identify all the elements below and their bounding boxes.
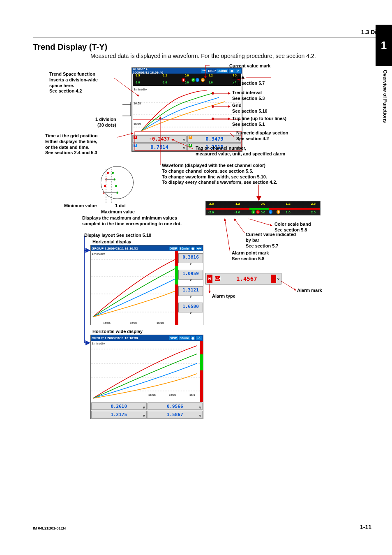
- botcell-4: 1.5867V: [148, 411, 203, 418]
- label-timegrid: Time at the grid position Either display…: [45, 133, 98, 156]
- tick: -1.0: [162, 81, 167, 84]
- tick: -1.2: [162, 74, 167, 77]
- alarm-snippet: H L1H 1.4567 V: [205, 273, 281, 284]
- label-division: 1 division (30 dots): [95, 117, 116, 128]
- zoom-icon: +⁄−: [235, 69, 241, 73]
- marker1: 1: [182, 78, 185, 82]
- label-displaylayout: Display layout See section 5.10: [84, 233, 151, 238]
- svg-line-29: [225, 219, 230, 252]
- label-colorband: Color scale band See section 5.8: [274, 222, 311, 233]
- label-trendspace: Trend Space function Inserts a division-…: [49, 72, 119, 94]
- tick: 0.0: [185, 81, 189, 84]
- label-waveform: Waveform (displayed with the set channel…: [162, 163, 334, 185]
- label-maxvalue: Maximum value: [101, 209, 135, 215]
- page-title: Trend Display (T-Y): [33, 42, 391, 52]
- trend-screenshot-horizontal: GROUP 1 2009/03/11 16:10:52DISP30min◉+⁄−…: [90, 245, 203, 325]
- label-alarmtype: Alarm type: [212, 294, 235, 299]
- num-cell-1: 1-0.2437V: [132, 135, 187, 143]
- label-trendint: Trend interval See section 5.3: [232, 90, 265, 102]
- disp-label: DISP: [208, 69, 216, 73]
- marker3: 3: [196, 78, 199, 82]
- tick: -2.5: [135, 74, 140, 77]
- trend-screenshot-main: GROUP 12009/03/11 16:09:40 〰 DISP 30min …: [131, 67, 242, 152]
- label-grid: Grid See section 5.10: [232, 103, 267, 114]
- label-currentmark: Current value mark: [229, 63, 270, 69]
- waveform-svg: 16:08 16:09: [133, 86, 241, 134]
- camera-icon: ◉: [229, 69, 235, 73]
- svg-line-27: [249, 219, 272, 226]
- botcell-3: 1.2175V: [91, 411, 147, 418]
- num-cell-2: 20.3479V: [187, 135, 242, 143]
- alarm-value: 1.4567: [222, 275, 271, 282]
- label-hwdisp: Horizontal wide display: [92, 329, 143, 335]
- label-maxminnote: Displays the maximum and minimum values …: [82, 215, 201, 227]
- trend-screenshot-horizontal-wide: GROUP 1 2009/03/11 16:10:38DISP30min◉+⁄−…: [90, 335, 203, 419]
- alarm-indicator-icon: [271, 275, 276, 283]
- num-cell-3: 30.7814V: [132, 143, 187, 151]
- label-scale: Scale See section 5.7: [232, 75, 265, 86]
- label-minvalue: Minimum value: [64, 203, 97, 209]
- minmax-zoom: [99, 166, 136, 207]
- intro-text: Measured data is displayed in a waveform…: [90, 53, 391, 59]
- trend-diagram: GROUP 12009/03/11 16:09:40 〰 DISP 30min …: [41, 63, 353, 433]
- svg-text:16:1: 16:1: [189, 393, 195, 396]
- wave-icon: 〰: [201, 69, 207, 73]
- label-tagch: Tag or channel number, measured value, u…: [196, 146, 285, 157]
- header-section: 1.3 Display: [33, 29, 391, 37]
- svg-line-22: [117, 133, 133, 137]
- marker4: 4: [201, 78, 205, 82]
- marker2: 2: [191, 78, 195, 82]
- botcell-1: 0.2610V: [91, 402, 147, 410]
- group-label: GROUP 1: [133, 67, 148, 71]
- svg-text:16:09: 16:09: [134, 123, 141, 125]
- label-alarmpt: Alarm point mark See section 5.8: [232, 250, 269, 262]
- label-tripline: Trip line (up to four lines) See section…: [232, 116, 286, 127]
- botcell-2: 0.9566V: [148, 402, 203, 410]
- label-numeric: Numeric display section See section 4.2: [236, 130, 288, 142]
- svg-text:16:06: 16:06: [148, 393, 156, 396]
- label-hdisp: Horizontal display: [92, 239, 131, 245]
- tick: 1.0: [209, 81, 213, 84]
- doc-id: IM 04L21B01-01EN: [33, 524, 66, 530]
- tick: 1.2: [209, 74, 213, 77]
- alarm-type-badge: H: [207, 275, 212, 283]
- svg-text:16:08: 16:08: [169, 393, 176, 396]
- alarm-unit: V: [277, 277, 279, 281]
- label-curbar: Current value indicated by bar See secti…: [246, 232, 296, 249]
- rate-label: 30min: [217, 69, 228, 73]
- svg-line-28: [234, 219, 244, 233]
- tick: -2.0: [135, 81, 140, 84]
- svg-text:16:08: 16:08: [134, 102, 141, 105]
- scale-snippet: -2.5 -1.2 0.0 1.2 2.5 -2.0 -1.0 0.0 1.0 …: [205, 201, 321, 215]
- label-alarmmark: Alarm mark: [297, 288, 322, 294]
- tick: 0.0: [185, 74, 189, 77]
- page-number: 1-11: [43, 521, 371, 530]
- alarm-mark-badge: L1H: [215, 276, 220, 281]
